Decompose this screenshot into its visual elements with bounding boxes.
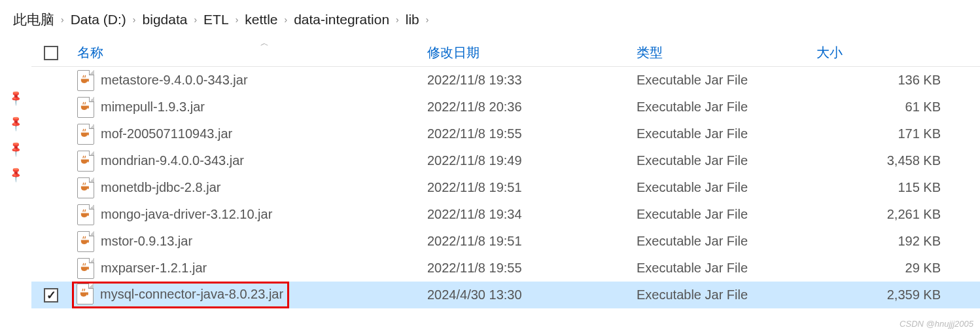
file-size: 2,261 KB — [816, 207, 980, 222]
pin-icon[interactable]: 📌 — [7, 115, 25, 133]
file-size: 192 KB — [816, 234, 980, 249]
jar-file-icon — [77, 258, 94, 279]
chevron-right-icon: › — [133, 14, 136, 25]
file-date: 2022/11/8 19:49 — [427, 153, 637, 168]
file-size: 3,458 KB — [816, 153, 980, 168]
pin-icon[interactable]: 📌 — [7, 140, 25, 158]
file-type: Executable Jar File — [637, 207, 816, 222]
table-row[interactable]: mxparser-1.2.1.jar2022/11/8 19:55Executa… — [31, 255, 980, 282]
file-type: Executable Jar File — [637, 234, 816, 249]
select-all-checkbox[interactable] — [44, 46, 58, 60]
file-name: mstor-0.9.13.jar — [101, 234, 192, 249]
row-checkbox[interactable] — [44, 288, 58, 302]
breadcrumb-segment[interactable]: 此电脑 — [13, 10, 54, 29]
file-size: 171 KB — [816, 126, 980, 141]
file-date: 2022/11/8 19:51 — [427, 234, 637, 249]
file-type: Executable Jar File — [637, 100, 816, 115]
file-type: Executable Jar File — [637, 73, 816, 88]
file-list: metastore-9.4.0.0-343.jar2022/11/8 19:33… — [31, 67, 980, 308]
file-date: 2022/11/8 19:51 — [427, 180, 637, 195]
chevron-right-icon: › — [194, 14, 197, 25]
file-date: 2024/4/30 13:30 — [427, 287, 637, 302]
quick-access-pins: 📌 📌 📌 📌 — [0, 39, 31, 308]
breadcrumb-segment[interactable]: Data (D:) — [71, 12, 126, 28]
table-row[interactable]: monetdb-jdbc-2.8.jar2022/11/8 19:51Execu… — [31, 174, 980, 201]
file-size: 61 KB — [816, 100, 980, 115]
column-header-name[interactable]: 名称 — [71, 44, 427, 62]
file-name: mondrian-9.4.0.0-343.jar — [101, 153, 244, 168]
table-row[interactable]: mongo-java-driver-3.12.10.jar2022/11/8 1… — [31, 201, 980, 228]
column-header-date[interactable]: 修改日期 — [427, 44, 637, 62]
table-row[interactable]: mimepull-1.9.3.jar2022/11/8 20:36Executa… — [31, 94, 980, 120]
file-name: mof-200507110943.jar — [101, 126, 232, 141]
jar-file-icon — [77, 124, 94, 145]
file-date: 2022/11/8 20:36 — [427, 100, 637, 115]
jar-file-icon — [77, 70, 94, 91]
highlight-annotation: mysql-connector-java-8.0.23.jar — [72, 282, 289, 308]
column-header-type[interactable]: 类型 — [637, 44, 816, 62]
table-row[interactable]: metastore-9.4.0.0-343.jar2022/11/8 19:33… — [31, 67, 980, 94]
column-header-size[interactable]: 大小 — [816, 44, 980, 62]
jar-file-icon — [77, 204, 94, 225]
chevron-right-icon: › — [426, 14, 429, 25]
pin-icon[interactable]: 📌 — [7, 166, 25, 184]
file-type: Executable Jar File — [637, 180, 816, 195]
file-type: Executable Jar File — [637, 153, 816, 168]
file-size: 136 KB — [816, 73, 980, 88]
column-headers: ︿ 名称 修改日期 类型 大小 — [31, 39, 980, 67]
chevron-right-icon: › — [236, 14, 239, 25]
breadcrumb-segment[interactable]: kettle — [245, 12, 277, 28]
jar-file-icon — [77, 151, 94, 172]
sort-indicator-icon: ︿ — [260, 37, 269, 49]
table-row[interactable]: mondrian-9.4.0.0-343.jar2022/11/8 19:49E… — [31, 147, 980, 174]
file-name: mxparser-1.2.1.jar — [101, 261, 207, 276]
chevron-right-icon: › — [396, 14, 399, 25]
file-name: mongo-java-driver-3.12.10.jar — [101, 207, 272, 222]
table-row[interactable]: mstor-0.9.13.jar2022/11/8 19:51Executabl… — [31, 228, 980, 255]
jar-file-icon — [77, 177, 94, 198]
breadcrumb-segment[interactable]: data-integration — [294, 12, 389, 28]
file-date: 2022/11/8 19:33 — [427, 73, 637, 88]
file-size: 2,359 KB — [816, 287, 980, 302]
chevron-right-icon: › — [285, 14, 288, 25]
file-name: metastore-9.4.0.0-343.jar — [101, 73, 248, 88]
breadcrumb-segment[interactable]: ETL — [203, 12, 229, 28]
file-name: monetdb-jdbc-2.8.jar — [101, 180, 220, 195]
table-row[interactable]: mof-200507110943.jar2022/11/8 19:55Execu… — [31, 120, 980, 147]
file-date: 2022/11/8 19:55 — [427, 126, 637, 141]
file-name: mimepull-1.9.3.jar — [101, 100, 205, 115]
chevron-right-icon: › — [61, 14, 64, 25]
jar-file-icon — [77, 97, 94, 118]
jar-file-icon — [77, 231, 94, 252]
file-name: mysql-connector-java-8.0.23.jar — [100, 287, 283, 302]
file-type: Executable Jar File — [637, 287, 816, 302]
file-type: Executable Jar File — [637, 261, 816, 276]
file-date: 2022/11/8 19:34 — [427, 207, 637, 222]
table-row[interactable]: mysql-connector-java-8.0.23.jar2024/4/30… — [31, 282, 980, 308]
file-size: 29 KB — [816, 261, 980, 276]
breadcrumb-segment[interactable]: bigdata — [143, 12, 188, 28]
breadcrumb-segment[interactable]: lib — [406, 12, 419, 28]
file-date: 2022/11/8 19:55 — [427, 261, 637, 276]
jar-file-icon — [77, 284, 94, 304]
pin-icon[interactable]: 📌 — [7, 89, 25, 107]
breadcrumb[interactable]: 此电脑›Data (D:)›bigdata›ETL›kettle›data-in… — [0, 0, 980, 39]
file-size: 115 KB — [816, 180, 980, 195]
file-type: Executable Jar File — [637, 126, 816, 141]
